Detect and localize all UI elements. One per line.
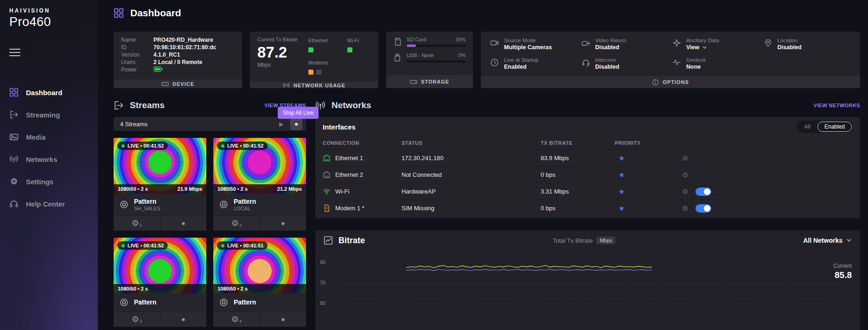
info-icon bbox=[652, 79, 659, 86]
interface-status: SIM Missing bbox=[402, 205, 541, 212]
stream-gear-count: 4 bbox=[239, 319, 242, 324]
wifi-status-group: Wi-Fi bbox=[347, 38, 359, 54]
stream-stop-button[interactable]: ■ bbox=[160, 312, 207, 327]
sidebar-item-label: Help Center bbox=[26, 200, 65, 208]
pattern-target-icon bbox=[219, 298, 229, 307]
table-row-modem1[interactable]: Modem 1 * SIM Missing 0 bps ★ ⚙ bbox=[315, 200, 860, 216]
stream-card: LIVE • 00:41:52 1080i50 • 2 s21.2 Mbps P… bbox=[213, 138, 306, 231]
priority-star-icon[interactable]: ★ bbox=[615, 188, 675, 196]
interface-settings-icon[interactable]: ⚙ bbox=[675, 171, 696, 179]
sidebar-item-settings[interactable]: ⚙ Settings bbox=[0, 170, 98, 193]
stream-name: Pattern bbox=[134, 198, 160, 205]
sd-card-progressbar bbox=[407, 45, 466, 47]
stop-icon: ■ bbox=[281, 317, 285, 322]
sd-card-label: SD Card bbox=[407, 37, 426, 42]
sidebar-item-media[interactable]: Media bbox=[0, 126, 98, 148]
modem-enable-toggle[interactable] bbox=[696, 204, 711, 213]
battery-icon bbox=[153, 66, 235, 74]
storage-drive-icon bbox=[410, 79, 417, 85]
sidebar-item-streaming[interactable]: Streaming bbox=[0, 104, 98, 126]
bitrate-header: Bitrate Total Tx Bitrate Mbps All Networ… bbox=[315, 230, 860, 251]
interface-settings-icon[interactable]: ⚙ bbox=[675, 188, 696, 196]
filter-all-button[interactable]: All bbox=[798, 122, 817, 132]
summary-cards-row: NamePRO420-RD_Hardware ID70:98:10:61:02:… bbox=[114, 32, 860, 88]
sidebar: HAIVISION Pro460 Dashboard Streaming bbox=[0, 0, 98, 330]
interfaces-table-header: CONNECTION STATUS TX BITRATE PRIORITY bbox=[315, 136, 860, 149]
stream-thumbnail[interactable]: LIVE • 00:41:52 1080i50 • 2 s21.2 Mbps bbox=[213, 138, 306, 194]
stream-thumbnail[interactable]: LIVE • 00:41:51 1080i50 • 2 s bbox=[213, 238, 306, 293]
bitrate-unit-badge: Mbps bbox=[596, 237, 615, 244]
stream-format: 1080i50 • 2 s bbox=[217, 286, 248, 291]
gear-icon: ⚙ bbox=[231, 219, 239, 227]
priority-star-icon[interactable]: ★ bbox=[615, 171, 675, 179]
networks-title: Networks bbox=[332, 100, 371, 110]
stop-all-live-tooltip: Stop All Live bbox=[278, 107, 319, 119]
streaming-icon bbox=[9, 110, 19, 119]
column-status: STATUS bbox=[402, 140, 541, 146]
modem1-status-square bbox=[308, 70, 313, 75]
stream-stop-button[interactable]: ■ bbox=[260, 216, 306, 231]
wifi-enable-toggle[interactable] bbox=[696, 188, 711, 196]
interfaces-panel-header: Interfaces All Enabled bbox=[315, 117, 860, 136]
hamburger-menu-icon[interactable] bbox=[9, 49, 20, 56]
stop-icon: ■ bbox=[182, 317, 185, 322]
live-badge: LIVE • 00:41:51 bbox=[217, 241, 268, 250]
device-row-value: 2 Local / 0 Remote bbox=[153, 59, 235, 66]
gear-icon: ⚙ bbox=[132, 315, 139, 324]
stream-thumbnail[interactable]: LIVE • 00:41:52 1080i50 • 2 s bbox=[114, 238, 206, 293]
stream-thumbnail[interactable]: LIVE • 00:41:52 1080i50 • 2 s21.9 Mbps bbox=[114, 138, 206, 194]
stream-gear-count: 3 bbox=[140, 319, 142, 324]
location-pin-icon bbox=[764, 39, 772, 47]
view-networks-link[interactable]: VIEW NETWORKS bbox=[813, 103, 860, 108]
filter-enabled-button[interactable]: Enabled bbox=[817, 122, 852, 132]
sidebar-item-dashboard[interactable]: Dashboard bbox=[0, 81, 98, 104]
option-value: Disabled bbox=[778, 44, 802, 51]
start-all-button[interactable]: ▶ bbox=[277, 120, 286, 129]
antenna-icon bbox=[283, 82, 290, 88]
stream-settings-button[interactable]: ⚙2 bbox=[213, 216, 260, 231]
storage-card-footer-label: STORAGE bbox=[421, 79, 449, 84]
interface-name: Modem 1 * bbox=[335, 205, 364, 212]
page-header: Dashboard bbox=[98, 0, 868, 26]
stream-settings-button[interactable]: ⚙3 bbox=[114, 312, 160, 327]
live-badge: LIVE • 00:41:52 bbox=[117, 142, 168, 150]
stream-stop-button[interactable]: ■ bbox=[260, 312, 306, 327]
dashboard-grid-icon bbox=[114, 8, 124, 18]
stream-settings-button[interactable]: ⚙1 bbox=[114, 216, 160, 231]
interface-settings-icon[interactable]: ⚙ bbox=[675, 204, 696, 213]
streams-title: Streams bbox=[130, 100, 165, 110]
option-label: Intercom bbox=[595, 57, 619, 63]
ethernet-label: Ethernet bbox=[308, 38, 328, 43]
wifi-icon bbox=[323, 188, 331, 195]
options-card-footer-label: OPTIONS bbox=[663, 79, 689, 85]
video-return-icon bbox=[581, 39, 590, 47]
priority-star-icon[interactable]: ★ bbox=[615, 154, 675, 162]
networks-header: Networks VIEW NETWORKS bbox=[315, 97, 860, 113]
stream-settings-button[interactable]: ⚙4 bbox=[213, 312, 260, 327]
wifi-status-square bbox=[347, 47, 352, 52]
live-dot-icon bbox=[221, 144, 224, 148]
stream-name: Pattern bbox=[234, 198, 256, 205]
stream-footer: ⚙1 ■ bbox=[114, 215, 206, 231]
network-usage-card: Current Tx Bitrate 87.2 Mbps Ethernet Wi… bbox=[250, 32, 378, 88]
stream-bitrate: 21.9 Mbps bbox=[178, 186, 202, 192]
network-selector-dropdown[interactable]: All Networks bbox=[803, 237, 852, 244]
option-intercom: Intercom Disabled bbox=[581, 57, 669, 70]
table-row-wifi[interactable]: Wi-Fi HardwareAP 3.31 Mbps ★ ⚙ bbox=[315, 183, 860, 200]
option-label: Video Return bbox=[595, 38, 626, 43]
ancillary-data-dropdown[interactable]: View bbox=[686, 44, 719, 51]
table-row-ethernet2[interactable]: Ethernet 2 Not Connected 0 bps ★ ⚙ bbox=[315, 166, 860, 183]
interface-settings-icon[interactable]: ⚙ bbox=[675, 154, 696, 162]
interfaces-panel: Interfaces All Enabled CONNECTION STATUS… bbox=[315, 117, 860, 218]
priority-star-icon[interactable]: ★ bbox=[615, 204, 675, 213]
current-value: 85.8 bbox=[833, 270, 852, 280]
stream-stop-button[interactable]: ■ bbox=[160, 216, 207, 231]
logo: HAIVISION Pro460 bbox=[0, 0, 98, 29]
sidebar-item-help-center[interactable]: Help Center bbox=[0, 193, 98, 215]
stop-all-button[interactable]: ■ bbox=[290, 118, 302, 130]
table-row-ethernet1[interactable]: Ethernet 1 172.30.241.180 83.9 Mbps ★ ⚙ bbox=[315, 149, 860, 166]
bitrate-chart: 90 70 50 Current 85.8 bbox=[315, 251, 860, 325]
modem2-status-square bbox=[316, 70, 321, 75]
sidebar-item-networks[interactable]: Networks bbox=[0, 148, 98, 170]
device-row-label: Name bbox=[121, 37, 153, 44]
